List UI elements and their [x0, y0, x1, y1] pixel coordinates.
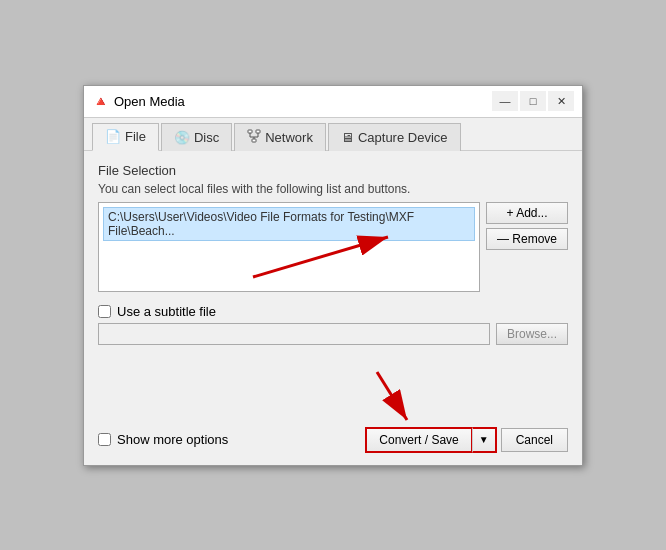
subtitle-input-row: Browse...: [98, 323, 568, 345]
capture-tab-label: Capture Device: [358, 130, 448, 145]
subtitle-checkbox-label[interactable]: Use a subtitle file: [117, 304, 216, 319]
disc-tab-icon: 💿: [174, 130, 190, 145]
remove-button[interactable]: — Remove: [486, 228, 568, 250]
file-selection-title: File Selection: [98, 163, 568, 178]
spacer: [98, 345, 568, 405]
add-button[interactable]: + Add...: [486, 202, 568, 224]
tab-file[interactable]: 📄 File: [92, 123, 159, 151]
file-selection-desc: You can select local files with the foll…: [98, 182, 568, 196]
disc-tab-label: Disc: [194, 130, 219, 145]
tab-network[interactable]: Network: [234, 123, 326, 151]
tab-disc[interactable]: 💿 Disc: [161, 123, 232, 151]
svg-rect-0: [248, 130, 252, 133]
cancel-button[interactable]: Cancel: [501, 428, 568, 452]
svg-rect-1: [256, 130, 260, 133]
subtitle-file-input[interactable]: [98, 323, 490, 345]
vlc-icon: 🔺: [92, 93, 108, 109]
file-area-row: C:\Users\User\Videos\Video File Formats …: [98, 202, 568, 292]
convert-save-wrapper: Convert / Save ▼: [365, 427, 496, 453]
file-action-buttons: + Add... — Remove: [486, 202, 568, 250]
window-controls: — □ ✕: [492, 91, 574, 111]
title-bar: 🔺 Open Media — □ ✕: [84, 86, 582, 118]
close-button[interactable]: ✕: [548, 91, 574, 111]
show-more-label[interactable]: Show more options: [117, 432, 228, 447]
bottom-bar: Show more options Convert / Save ▼: [84, 417, 582, 465]
file-list-box[interactable]: C:\Users\User\Videos\Video File Formats …: [98, 202, 480, 292]
maximize-button[interactable]: □: [520, 91, 546, 111]
network-tab-label: Network: [265, 130, 313, 145]
tab-capture[interactable]: 🖥 Capture Device: [328, 123, 461, 151]
show-more-row: Show more options: [98, 432, 228, 447]
subtitle-checkbox[interactable]: [98, 305, 111, 318]
browse-button[interactable]: Browse...: [496, 323, 568, 345]
title-bar-left: 🔺 Open Media: [92, 93, 185, 109]
minimize-button[interactable]: —: [492, 91, 518, 111]
window-title: Open Media: [114, 94, 185, 109]
capture-tab-icon: 🖥: [341, 130, 354, 145]
open-media-window: 🔺 Open Media — □ ✕ 📄 File 💿 Disc: [83, 85, 583, 466]
tab-bar: 📄 File 💿 Disc Network 🖥: [84, 118, 582, 151]
svg-rect-2: [252, 139, 256, 142]
file-tab-label: File: [125, 129, 146, 144]
subtitle-checkbox-row: Use a subtitle file: [98, 304, 568, 319]
convert-save-dropdown[interactable]: ▼: [472, 427, 497, 453]
file-tab-icon: 📄: [105, 129, 121, 144]
convert-save-button[interactable]: Convert / Save: [365, 427, 471, 453]
bottom-buttons: Convert / Save ▼ Cancel: [365, 427, 568, 453]
network-tab-icon: [247, 129, 261, 146]
convert-save-group: Convert / Save ▼: [365, 427, 496, 453]
content-area: File Selection You can select local file…: [84, 151, 582, 417]
show-more-checkbox[interactable]: [98, 433, 111, 446]
file-path-entry: C:\Users\User\Videos\Video File Formats …: [103, 207, 475, 241]
